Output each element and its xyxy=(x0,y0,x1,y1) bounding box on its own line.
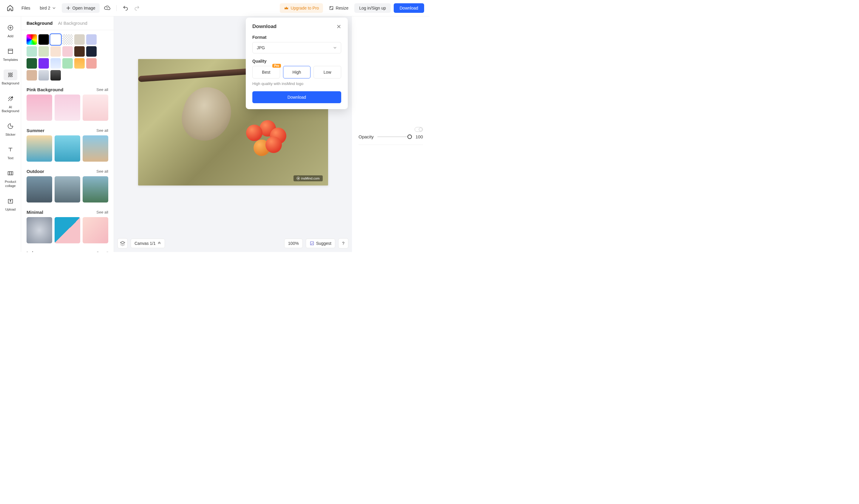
download-title: Download xyxy=(252,24,276,30)
swatch-color[interactable] xyxy=(62,58,73,68)
see-all-minimal[interactable]: See all xyxy=(96,210,108,214)
download-button[interactable]: Download xyxy=(394,3,424,13)
bg-thumb[interactable] xyxy=(55,135,80,162)
bg-thumb[interactable] xyxy=(27,176,52,202)
bottom-bar: Canvas 1/1 100% Suggest ? xyxy=(118,238,348,248)
canvas-area[interactable]: insMind.com Download Format JPG Quality … xyxy=(114,16,352,252)
rail-templates[interactable]: Templates xyxy=(1,44,20,64)
see-all-outdoor[interactable]: See all xyxy=(96,169,108,173)
rail-ai-background[interactable]: AI Background xyxy=(1,91,20,116)
rail-product-collage[interactable]: Product collage xyxy=(1,166,20,190)
swatch-color[interactable] xyxy=(74,58,85,68)
toggle-switch[interactable] xyxy=(415,127,423,132)
swatch-color[interactable] xyxy=(39,58,49,68)
bg-thumb[interactable] xyxy=(82,176,108,202)
close-icon xyxy=(336,24,341,29)
quality-best-label: Best xyxy=(262,70,270,75)
bg-thumb[interactable] xyxy=(27,217,52,243)
quality-high-button[interactable]: High xyxy=(283,66,311,78)
see-all-indoor[interactable]: See all xyxy=(96,251,108,252)
login-signup-button[interactable]: Log in/Sign up xyxy=(355,3,391,13)
background-icon xyxy=(7,72,14,78)
swatch-color[interactable] xyxy=(74,34,85,45)
swatch-color[interactable] xyxy=(50,58,61,68)
rail-sticker-label: Sticker xyxy=(5,133,16,137)
rail-text[interactable]: Text xyxy=(1,142,20,163)
swatch-black[interactable] xyxy=(39,34,49,45)
bg-thumb[interactable] xyxy=(27,135,52,162)
close-button[interactable] xyxy=(336,24,341,29)
bg-thumb[interactable] xyxy=(55,217,80,243)
tab-ai-background[interactable]: AI Background xyxy=(58,20,87,26)
swatch-color[interactable] xyxy=(50,70,61,80)
swatch-color[interactable] xyxy=(39,70,49,80)
resize-button[interactable]: Resize xyxy=(326,3,351,13)
swatch-color[interactable] xyxy=(74,46,85,57)
rail-templates-label: Templates xyxy=(3,58,18,62)
open-image-button[interactable]: Open Image xyxy=(62,3,100,13)
opacity-slider[interactable] xyxy=(377,136,412,137)
bg-thumb[interactable] xyxy=(27,94,52,121)
rail-text-label: Text xyxy=(7,156,13,160)
watermark: insMind.com xyxy=(293,175,323,181)
plus-icon xyxy=(66,6,71,11)
quality-low-button[interactable]: Low xyxy=(314,66,341,78)
bg-thumb[interactable] xyxy=(55,94,80,121)
see-all-summer[interactable]: See all xyxy=(96,128,108,133)
svg-rect-0 xyxy=(330,6,333,10)
chevron-down-icon xyxy=(333,46,337,49)
cloud-sync-icon[interactable] xyxy=(103,4,111,13)
bg-thumb[interactable] xyxy=(82,135,108,162)
tab-background[interactable]: Background xyxy=(27,20,53,26)
swatch-color[interactable] xyxy=(86,58,97,68)
swatch-transparent[interactable] xyxy=(62,34,73,45)
see-all-pink[interactable]: See all xyxy=(96,87,108,92)
quality-low-label: Low xyxy=(323,70,331,75)
bg-thumb[interactable] xyxy=(82,94,108,121)
upgrade-button[interactable]: Upgrade to Pro xyxy=(280,3,323,13)
format-select[interactable]: JPG xyxy=(252,42,341,54)
upload-icon xyxy=(7,198,14,204)
rail-add-label: Add xyxy=(7,34,13,38)
crown-icon xyxy=(284,6,289,11)
rail-collage-label: Product collage xyxy=(2,180,19,187)
plus-circle-icon xyxy=(7,25,14,31)
suggest-button[interactable]: Suggest xyxy=(306,239,335,248)
rail-upload[interactable]: Upload xyxy=(1,193,20,214)
redo-button[interactable] xyxy=(133,4,141,12)
swatch-color[interactable] xyxy=(27,70,37,80)
swatch-white[interactable] xyxy=(50,34,61,45)
bg-thumb[interactable] xyxy=(55,176,80,202)
svg-rect-9 xyxy=(310,242,314,245)
swatch-color[interactable] xyxy=(27,46,37,57)
swatch-rainbow[interactable] xyxy=(27,34,37,45)
swatch-color[interactable] xyxy=(86,34,97,45)
home-icon[interactable] xyxy=(5,3,15,13)
rail-sticker[interactable]: Sticker xyxy=(1,118,20,139)
swatch-color[interactable] xyxy=(27,58,37,68)
format-label: Format xyxy=(252,35,341,40)
download-confirm-button[interactable]: Download xyxy=(252,91,341,103)
canvas-selector[interactable]: Canvas 1/1 xyxy=(131,239,165,248)
rail-add[interactable]: Add xyxy=(1,20,20,41)
quality-best-button[interactable]: Best Pro xyxy=(252,66,280,78)
svg-rect-3 xyxy=(8,172,10,175)
logo-icon xyxy=(297,177,300,180)
swatch-color[interactable] xyxy=(86,46,97,57)
layers-button[interactable] xyxy=(118,238,127,248)
help-button[interactable]: ? xyxy=(338,238,348,248)
resize-label: Resize xyxy=(335,6,348,11)
svg-rect-2 xyxy=(8,49,13,54)
swatch-color[interactable] xyxy=(39,46,49,57)
swatch-color[interactable] xyxy=(62,46,73,57)
right-panel: Opacity 100 xyxy=(352,16,430,252)
filename-dropdown[interactable]: bird 2 xyxy=(37,4,59,12)
zoom-level[interactable]: 100% xyxy=(284,239,303,248)
resize-icon xyxy=(329,6,334,11)
files-menu[interactable]: Files xyxy=(18,4,34,12)
quality-label: Quality xyxy=(252,59,341,63)
bg-thumb[interactable] xyxy=(82,217,108,243)
rail-background[interactable]: Background xyxy=(1,67,20,88)
swatch-color[interactable] xyxy=(50,46,61,57)
undo-button[interactable] xyxy=(121,4,130,12)
